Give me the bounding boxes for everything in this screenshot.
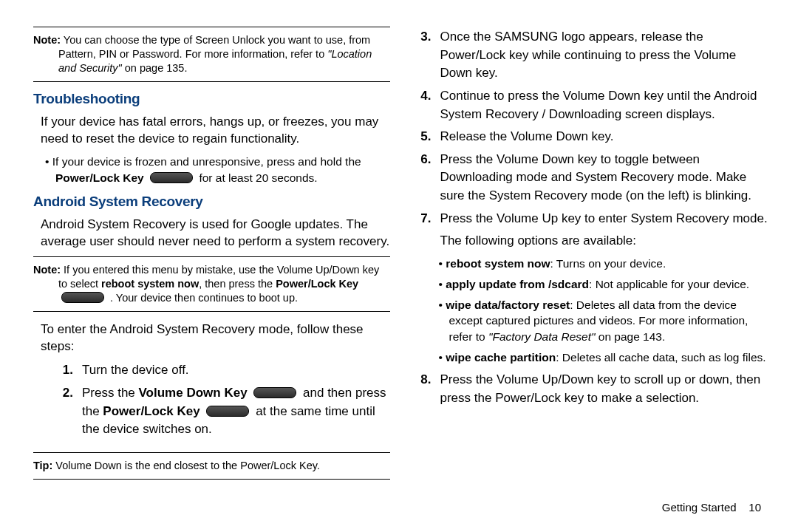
step-num: 7. <box>412 210 432 228</box>
options-intro: The following options are available: <box>440 232 769 250</box>
steps-intro: To enter the Android System Recovery mod… <box>41 321 390 356</box>
option-bold: wipe data/factory reset <box>446 299 570 311</box>
step-text: Press the Volume Up/Down key to scroll u… <box>440 371 769 407</box>
step-num: 5. <box>412 128 432 146</box>
tip-volume-down: Tip: Volume Down is the end closest to t… <box>33 452 390 480</box>
troubleshooting-body: If your device has fatal errors, hangs u… <box>41 113 390 149</box>
step-num: 2. <box>54 384 73 439</box>
step-3: 3. Once the SAMSUNG logo appears, releas… <box>412 28 769 83</box>
step-8: 8. Press the Volume Up/Down key to scrol… <box>412 371 769 407</box>
bullet-bold: Power/Lock Key <box>55 171 144 184</box>
note2-after: . Your device then continues to boot up. <box>107 292 298 304</box>
power-lock-key-icon <box>206 406 249 417</box>
bullet-post: for at least 20 seconds. <box>199 171 317 184</box>
step-text: Press the Volume Up key to enter System … <box>440 210 769 228</box>
step-1: 1. Turn the device off. <box>54 361 390 380</box>
note-lead: Note: <box>33 264 61 276</box>
step-7: 7. Press the Volume Up key to enter Syst… <box>412 210 769 228</box>
right-column: 3. Once the SAMSUNG logo appears, releas… <box>412 22 769 517</box>
step-text: Turn the device off. <box>82 361 390 380</box>
step-num: 1. <box>54 361 73 380</box>
option-bold: wipe cache partition <box>446 351 556 364</box>
power-lock-key-icon <box>61 292 104 303</box>
option-tail: on page 143. <box>595 330 665 343</box>
step-num: 6. <box>412 151 432 205</box>
note-tail: on page 135. <box>122 62 188 74</box>
manual-page: Note: You can choose the type of Screen … <box>0 0 798 532</box>
footer-page: 10 <box>748 501 761 514</box>
option-wipe-cache: wipe cache partition: Deletes all cache … <box>439 349 769 366</box>
step-text: Continue to press the Volume Down key un… <box>440 87 769 123</box>
option-reboot: reboot system now: Turns on your device. <box>439 256 769 272</box>
option-ref: "Factory Data Reset" <box>488 330 596 343</box>
note2-b2: Power/Lock Key <box>276 278 358 290</box>
step-text: Once the SAMSUNG logo appears, release t… <box>440 28 769 83</box>
option-wipe-data: wipe data/factory reset: Deletes all dat… <box>439 297 769 345</box>
footer-section: Getting Started <box>662 501 737 514</box>
option-bold: apply update from /sdcard <box>446 278 589 290</box>
step-text: Press the Volume Down key to toggle betw… <box>440 151 769 205</box>
step-2-b1: Volume Down Key <box>139 386 248 400</box>
note-reboot: Note: If you entered this menu by mistak… <box>33 256 390 312</box>
step-2: 2. Press the Volume Down Key and then pr… <box>54 384 390 439</box>
power-lock-key-icon <box>150 172 193 183</box>
option-bold: reboot system now <box>446 257 550 270</box>
step-num: 8. <box>412 371 432 407</box>
tip-lead: Tip: <box>33 460 52 471</box>
step-num: 3. <box>412 28 432 83</box>
step-5: 5. Release the Volume Down key. <box>412 128 769 146</box>
step-2-b2: Power/Lock Key <box>103 404 200 418</box>
step-2-pre: Press the <box>82 386 139 400</box>
note-lead: Note: <box>33 34 61 46</box>
tip-text: Volume Down is the end closest to the Po… <box>52 460 320 471</box>
asr-body: Android System Recovery is used for Goog… <box>41 216 390 251</box>
left-column: Note: You can choose the type of Screen … <box>33 22 390 517</box>
note-unlock-type: Note: You can choose the type of Screen … <box>33 27 390 82</box>
step-6: 6. Press the Volume Down key to toggle b… <box>412 151 769 205</box>
heading-asr: Android System Recovery <box>33 194 390 210</box>
option-text: : Turns on your device. <box>550 257 666 270</box>
step-text: Press the Volume Down Key and then press… <box>82 384 390 439</box>
step-text: Release the Volume Down key. <box>440 128 769 146</box>
heading-troubleshooting: Troubleshooting <box>33 91 390 107</box>
note-text: You can choose the type of Screen Unlock… <box>58 34 370 60</box>
option-text: : Not applicable for your device. <box>589 278 749 290</box>
page-footer: Getting Started 10 <box>662 501 761 514</box>
bullet-pre: If your device is frozen and unresponsiv… <box>52 155 361 168</box>
option-text: : Deletes all cache data, such as log fi… <box>556 351 765 364</box>
note2-b1: reboot system now <box>101 278 199 290</box>
step-num: 4. <box>412 87 432 123</box>
option-update: apply update from /sdcard: Not applicabl… <box>439 276 769 293</box>
step-4: 4. Continue to press the Volume Down key… <box>412 87 769 123</box>
volume-down-key-icon <box>253 387 296 398</box>
bullet-power-lock: If your device is frozen and unresponsiv… <box>45 154 390 185</box>
note2-mid: , then press the <box>199 278 276 290</box>
